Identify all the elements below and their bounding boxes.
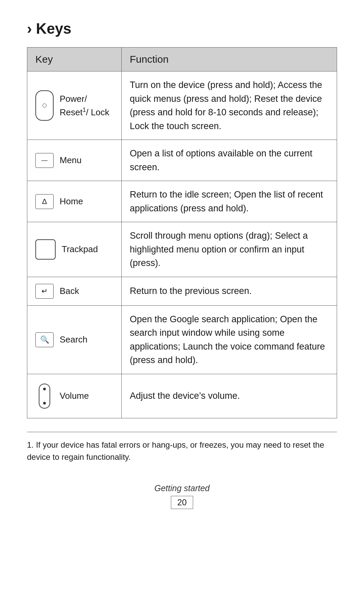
back-icon: ↵	[35, 284, 54, 299]
key-cell: ∆Home	[27, 181, 122, 222]
table-row: ―MenuOpen a list of options available on…	[27, 140, 337, 181]
key-label: Search	[60, 333, 87, 346]
key-cell: 🔍Search	[27, 305, 122, 374]
function-cell: Turn on the device (press and hold); Acc…	[122, 71, 337, 140]
page-title: › Keys	[27, 20, 337, 37]
key-label: Trackpad	[62, 243, 98, 256]
search-icon: 🔍	[35, 332, 54, 347]
col-header-function: Function	[122, 48, 337, 71]
function-cell: Return to the previous screen.	[122, 277, 337, 305]
keys-table: Key Function Power/ Reset1/ LockTurn on …	[27, 47, 337, 418]
menu-icon: ―	[35, 153, 54, 168]
trackpad-icon	[35, 239, 56, 260]
footer-section-label: Getting started	[27, 483, 337, 493]
home-icon: ∆	[35, 194, 54, 209]
table-row: VolumeAdjust the device’s volume.	[27, 374, 337, 418]
key-cell: Trackpad	[27, 222, 122, 277]
function-cell: Open the Google search application; Open…	[122, 305, 337, 374]
function-cell: Adjust the device’s volume.	[122, 374, 337, 418]
chevron-icon: ›	[27, 20, 32, 37]
key-cell: ―Menu	[27, 140, 122, 181]
col-header-key: Key	[27, 48, 122, 71]
power-icon	[35, 90, 54, 121]
key-label: Menu	[60, 154, 82, 167]
footnote-text: 1. If your device has fatal errors or ha…	[27, 439, 337, 463]
key-label: Volume	[60, 389, 89, 402]
key-cell: Power/ Reset1/ Lock	[27, 71, 122, 140]
key-cell: Volume	[27, 374, 122, 418]
function-cell: Scroll through menu options (drag); Sele…	[122, 222, 337, 277]
table-row: ↵BackReturn to the previous screen.	[27, 277, 337, 305]
function-cell: Return to the idle screen; Open the list…	[122, 181, 337, 222]
function-cell: Open a list of options available on the …	[122, 140, 337, 181]
table-row: Power/ Reset1/ LockTurn on the device (p…	[27, 71, 337, 140]
key-label: Home	[60, 195, 83, 208]
volume-icon	[35, 381, 54, 411]
footnote-section: 1. If your device has fatal errors or ha…	[27, 432, 337, 463]
table-row: 🔍SearchOpen the Google search applicatio…	[27, 305, 337, 374]
key-cell: ↵Back	[27, 277, 122, 305]
title-text: Keys	[36, 20, 71, 37]
table-row: TrackpadScroll through menu options (dra…	[27, 222, 337, 277]
key-label: Back	[60, 285, 79, 298]
table-row: ∆HomeReturn to the idle screen; Open the…	[27, 181, 337, 222]
page-number: 20	[171, 496, 193, 509]
key-label: Power/ Reset1/ Lock	[60, 92, 113, 119]
page-footer: Getting started 20	[27, 483, 337, 509]
